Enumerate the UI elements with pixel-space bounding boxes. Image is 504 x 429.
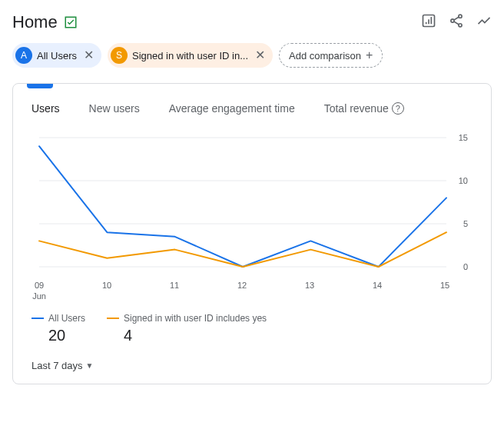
chart-area: 15 10 5 0 09 Jun 10 11 12 13 14 15 <box>13 122 491 302</box>
x-tick-14: 14 <box>373 281 382 290</box>
users-card: Users New users Average engagement time … <box>12 83 492 384</box>
tab-total-revenue[interactable]: Total revenue ? <box>324 102 404 115</box>
insights-icon[interactable] <box>421 13 436 32</box>
legend-swatch-a <box>32 318 44 319</box>
tab-new-users[interactable]: New users <box>89 102 140 115</box>
x-tick-15: 15 <box>440 281 449 290</box>
x-tick-09: 09 <box>35 281 44 290</box>
comparison-chip-signed-in[interactable]: S Signed in with user ID in... ✕ <box>108 43 273 68</box>
y-tick-10: 10 <box>459 176 468 185</box>
x-sublabel-jun: Jun <box>32 291 46 301</box>
chevron-down-icon: ▼ <box>86 361 94 370</box>
trend-icon[interactable] <box>476 13 492 32</box>
plus-icon: + <box>366 48 373 62</box>
legend-swatch-b <box>107 318 119 319</box>
chip-label-a: All Users <box>37 50 77 62</box>
page-title: Home <box>12 12 58 32</box>
line-chart <box>32 130 469 276</box>
legend-item-signed-in: Signed in with user ID includes yes 4 <box>107 313 267 344</box>
legend-value-a: 20 <box>32 327 85 344</box>
chip-label-b: Signed in with user ID in... <box>132 50 248 62</box>
y-tick-5: 5 <box>463 219 468 228</box>
tab-total-revenue-label: Total revenue <box>324 102 389 115</box>
chip-avatar-a: A <box>15 47 32 64</box>
date-range-selector[interactable]: Last 7 days ▼ <box>13 344 491 371</box>
x-tick-10: 10 <box>102 281 111 290</box>
active-tab-indicator <box>27 83 53 88</box>
comparison-chip-all-users[interactable]: A All Users ✕ <box>12 43 101 68</box>
help-icon[interactable]: ? <box>392 102 404 115</box>
legend-label-b: Signed in with user ID includes yes <box>124 313 267 324</box>
tab-avg-engagement[interactable]: Average engagement time <box>169 102 295 115</box>
legend-item-all-users: All Users 20 <box>32 313 85 344</box>
legend-value-b: 4 <box>107 327 267 344</box>
close-icon[interactable]: ✕ <box>81 48 95 62</box>
legend-label-a: All Users <box>48 313 85 324</box>
add-comparison-label: Add comparison <box>289 50 361 62</box>
add-comparison-button[interactable]: Add comparison + <box>279 43 383 68</box>
y-tick-0: 0 <box>463 262 468 271</box>
x-tick-13: 13 <box>305 281 314 290</box>
tab-users[interactable]: Users <box>32 102 60 115</box>
date-range-label: Last 7 days <box>32 360 83 371</box>
verified-icon <box>64 15 78 29</box>
share-icon[interactable] <box>449 13 464 32</box>
x-tick-11: 11 <box>170 281 179 290</box>
x-tick-12: 12 <box>237 281 247 290</box>
chip-avatar-b: S <box>111 47 128 64</box>
close-icon[interactable]: ✕ <box>253 48 267 62</box>
y-tick-15: 15 <box>459 133 468 142</box>
